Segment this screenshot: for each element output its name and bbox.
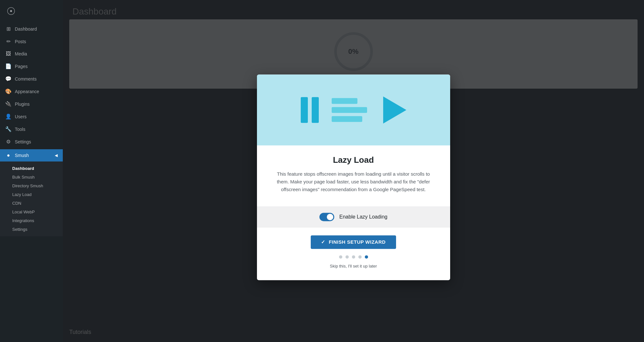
sidebar-sub-item-dashboard[interactable]: Dashboard [0,164,63,173]
sidebar-sub-item-directory-smush[interactable]: Directory Smush [0,181,63,190]
sidebar-item-label: Comments [15,76,37,82]
sidebar-item-tools[interactable]: 🔧 Tools [0,123,63,135]
dot-3 [352,255,355,259]
modal-title: Lazy Load [273,155,434,165]
lines-illustration [332,98,367,122]
smush-icon: ● [5,152,12,158]
sidebar-item-media[interactable]: 🖼 Media [0,48,63,60]
comments-icon: 💬 [5,76,12,82]
sidebar-sub-item-settings[interactable]: Settings [0,225,63,234]
progress-dots [273,255,434,259]
modal-toggle-section: Enable Lazy Loading [257,206,450,228]
sidebar-item-label: Settings [15,139,31,144]
play-illustration [383,96,406,123]
main-content: Dashboard 0% Images optimized in the Tut… [63,0,644,342]
tools-icon: 🔧 [5,126,12,132]
dot-5 [365,255,368,259]
skip-label: Skip this, I'll set it up later [330,264,377,269]
pages-icon: 📄 [5,63,12,69]
hero-line-1 [332,98,357,104]
finish-button-label: FINISH SETUP WIZARD [329,239,386,245]
dot-2 [346,255,349,259]
modal-footer: ✓ FINISH SETUP WIZARD Skip this, I'll se… [257,228,450,280]
checkmark-icon: ✓ [321,239,326,245]
plugins-icon: 🔌 [5,101,12,107]
chevron-left-icon: ◀ [55,153,58,158]
smush-submenu: Dashboard Bulk Smush Directory Smush Laz… [0,161,63,236]
sidebar-item-dashboard[interactable]: ⊞ Dashboard [0,23,63,35]
sidebar-item-label: Media [15,51,27,56]
sidebar-item-label: Dashboard [15,26,37,32]
sidebar-item-label: Posts [15,39,26,44]
lazy-load-toggle[interactable] [319,213,334,221]
sidebar-sub-item-bulk-smush[interactable]: Bulk Smush [0,173,63,181]
toggle-knob [327,214,333,220]
sidebar-sub-item-local-webp[interactable]: Local WebP [0,208,63,216]
dot-1 [339,255,342,259]
finish-setup-button[interactable]: ✓ FINISH SETUP WIZARD [311,235,396,249]
sidebar-item-smush[interactable]: ● Smush ◀ [0,149,63,161]
sidebar-item-appearance[interactable]: 🎨 Appearance [0,85,63,98]
sidebar-item-users[interactable]: 👤 Users [0,110,63,123]
modal-hero [257,74,450,145]
dashboard-icon: ⊞ [5,26,12,32]
toggle-label: Enable Lazy Loading [339,214,387,220]
posts-icon: ✏ [5,38,12,44]
sidebar-item-settings[interactable]: ⚙ Settings [0,135,63,148]
pause-bar-right [312,97,319,123]
hero-line-3 [332,116,362,122]
wp-logo: ☉ [0,0,63,23]
sidebar-item-label: Users [15,114,27,119]
sidebar-item-comments[interactable]: 💬 Comments [0,73,63,85]
sidebar-sub-item-lazy-load[interactable]: Lazy Load [0,190,63,199]
pause-illustration [301,97,319,123]
sidebar-sub-item-integrations[interactable]: Integrations [0,216,63,225]
sidebar-item-posts[interactable]: ✏ Posts [0,35,63,48]
lazy-load-modal: Lazy Load This feature stops offscreen i… [257,74,450,280]
sidebar-item-label: Appearance [15,89,39,94]
sidebar-item-label: Tools [15,127,25,132]
modal-description: This feature stops offscreen images from… [273,170,434,193]
media-icon: 🖼 [5,51,12,57]
dot-4 [358,255,362,259]
pause-bar-left [301,97,308,123]
users-icon: 👤 [5,113,12,120]
sidebar-sub-item-cdn[interactable]: CDN [0,199,63,208]
sidebar-item-plugins[interactable]: 🔌 Plugins [0,98,63,110]
appearance-icon: 🎨 [5,88,12,94]
sidebar-smush-label: Smush [15,153,29,158]
sidebar-item-label: Plugins [15,102,30,107]
sidebar-item-pages[interactable]: 📄 Pages [0,60,63,73]
settings-icon: ⚙ [5,139,12,145]
hero-line-2 [332,107,367,113]
modal-body: Lazy Load This feature stops offscreen i… [257,145,450,200]
sidebar: ☉ ⊞ Dashboard ✏ Posts 🖼 Media 📄 Pages 💬 … [0,0,63,342]
skip-link[interactable]: Skip this, I'll set it up later [273,264,434,275]
sidebar-item-label: Pages [15,64,28,69]
